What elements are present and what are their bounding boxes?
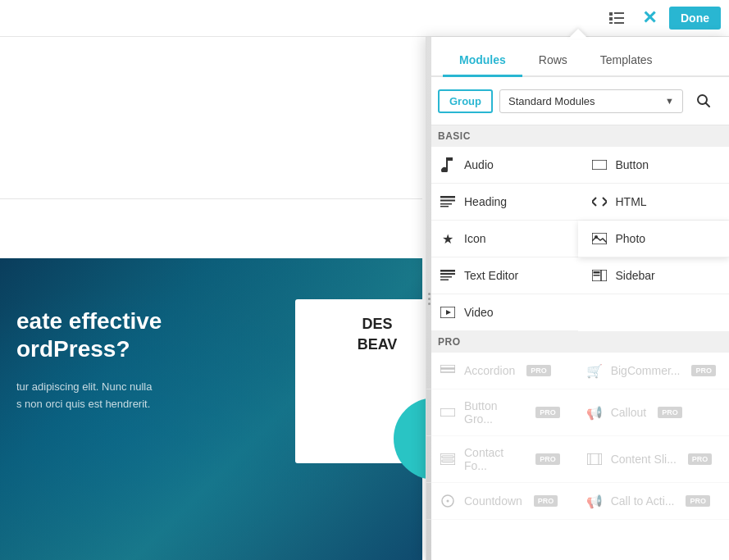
module-contact-form[interactable]: Contact Fo... PRO: [426, 436, 573, 483]
svg-rect-22: [593, 275, 599, 276]
top-bar: ✕ Done: [0, 0, 729, 37]
button-group-icon: [440, 404, 456, 421]
countdown-pro-badge: PRO: [534, 495, 558, 507]
section-basic-header: Basic: [426, 125, 729, 147]
icon-label: Icon: [464, 232, 485, 245]
content-slider-pro-badge: PRO: [688, 453, 713, 465]
module-countdown[interactable]: Countdown PRO: [426, 483, 573, 520]
basic-modules-grid: Audio Button: [426, 147, 729, 331]
icon-module-icon: ★: [440, 230, 456, 247]
module-button-group[interactable]: Button Gro... PRO: [426, 389, 573, 436]
card-title-line2: BEAV: [312, 336, 443, 353]
svg-rect-25: [440, 365, 455, 368]
audio-icon: [440, 157, 456, 173]
accordion-pro-badge: PRO: [526, 365, 551, 376]
svg-rect-1: [614, 12, 624, 14]
button-label: Button: [616, 158, 649, 171]
svg-rect-26: [440, 369, 455, 372]
module-content-slider[interactable]: Content Sli... PRO: [573, 436, 729, 483]
photo-icon: [591, 230, 608, 247]
bigcommerce-pro-badge: PRO: [691, 365, 716, 376]
svg-rect-15: [440, 270, 455, 272]
group-button[interactable]: Group: [438, 89, 493, 113]
module-text-editor[interactable]: Text Editor: [426, 257, 578, 294]
module-sidebar[interactable]: Sidebar: [578, 257, 730, 294]
module-type-dropdown[interactable]: Standard Modules ▼: [499, 89, 683, 113]
video-label: Video: [464, 306, 494, 319]
svg-rect-21: [593, 271, 599, 274]
module-html[interactable]: HTML: [578, 184, 730, 221]
svg-rect-10: [440, 200, 455, 202]
contact-form-label: Contact Fo...: [464, 446, 524, 472]
call-to-action-icon: 📢: [586, 493, 603, 509]
sidebar-icon: [591, 267, 608, 284]
callout-label: Callout: [611, 406, 647, 419]
svg-marker-24: [446, 310, 451, 315]
callout-icon: 📢: [586, 404, 603, 421]
heading-icon: [440, 193, 456, 210]
tab-templates[interactable]: Templates: [584, 45, 669, 77]
countdown-label: Countdown: [464, 494, 522, 508]
done-button[interactable]: Done: [669, 7, 721, 30]
heading-label: Heading: [464, 195, 507, 208]
photo-label: Photo: [616, 232, 646, 245]
module-icon[interactable]: ★ Icon: [426, 221, 578, 257]
content-top: [0, 37, 422, 258]
button-group-pro-badge: PRO: [535, 407, 560, 418]
module-heading[interactable]: Heading: [426, 184, 578, 221]
svg-line-7: [706, 103, 710, 107]
filter-row: Group Standard Modules ▼: [426, 77, 729, 125]
call-to-action-pro-badge: PRO: [686, 495, 710, 507]
module-call-to-action[interactable]: 📢 Call to Acti... PRO: [573, 483, 729, 520]
close-icon[interactable]: ✕: [636, 5, 663, 31]
search-button[interactable]: [690, 87, 718, 115]
svg-rect-11: [440, 203, 452, 205]
svg-rect-16: [440, 273, 455, 275]
svg-rect-2: [609, 17, 613, 20]
section-pro-header: Pro: [426, 331, 729, 353]
accordion-icon: [440, 362, 456, 379]
dark-body: tur adipiscing elit. Nunc nulla s non or…: [16, 379, 162, 413]
tab-modules[interactable]: Modules: [443, 45, 522, 77]
dark-heading: eate effective ordPress?: [16, 307, 162, 362]
divider: [0, 198, 422, 199]
sidebar-label: Sidebar: [616, 269, 655, 282]
bigcommerce-label: BigCommer...: [611, 364, 681, 377]
button-group-label: Button Gro...: [464, 399, 524, 426]
svg-point-35: [447, 500, 449, 503]
tab-rows[interactable]: Rows: [522, 45, 584, 77]
callout-pro-badge: PRO: [658, 407, 682, 418]
dropdown-label: Standard Modules: [508, 95, 595, 107]
svg-rect-29: [442, 456, 453, 458]
content-slider-icon: [586, 451, 603, 467]
module-audio[interactable]: Audio: [426, 147, 578, 184]
html-label: HTML: [616, 195, 647, 208]
svg-rect-5: [614, 22, 624, 24]
module-bigcommerce[interactable]: 🛒 BigCommer... PRO: [573, 353, 729, 389]
module-video[interactable]: Video: [426, 294, 578, 331]
module-photo[interactable]: Photo: [578, 221, 730, 257]
list-icon[interactable]: [604, 5, 630, 31]
svg-rect-17: [440, 276, 452, 278]
pro-modules-grid: Accordion PRO 🛒 BigCommer... PRO Button …: [426, 353, 729, 520]
button-icon: [591, 157, 608, 173]
content-slider-label: Content Sli...: [611, 453, 677, 466]
contact-form-pro-badge: PRO: [535, 453, 560, 465]
text-editor-label: Text Editor: [464, 269, 518, 282]
svg-rect-30: [442, 460, 453, 462]
call-to-action-label: Call to Acti...: [611, 494, 675, 508]
svg-rect-4: [609, 22, 613, 24]
module-callout[interactable]: 📢 Callout PRO: [573, 389, 729, 436]
card-title-line1: DES: [312, 316, 443, 333]
svg-rect-27: [440, 408, 455, 417]
svg-rect-18: [440, 280, 449, 281]
dark-text: eate effective ordPress? tur adipiscing …: [16, 307, 162, 413]
svg-rect-8: [592, 160, 607, 170]
module-button[interactable]: Button: [578, 147, 730, 184]
video-icon: [440, 304, 456, 321]
accordion-label: Accordion: [464, 364, 515, 377]
svg-rect-9: [440, 196, 455, 198]
module-accordion[interactable]: Accordion PRO: [426, 353, 573, 389]
contact-form-icon: [440, 451, 456, 467]
audio-label: Audio: [464, 158, 494, 171]
